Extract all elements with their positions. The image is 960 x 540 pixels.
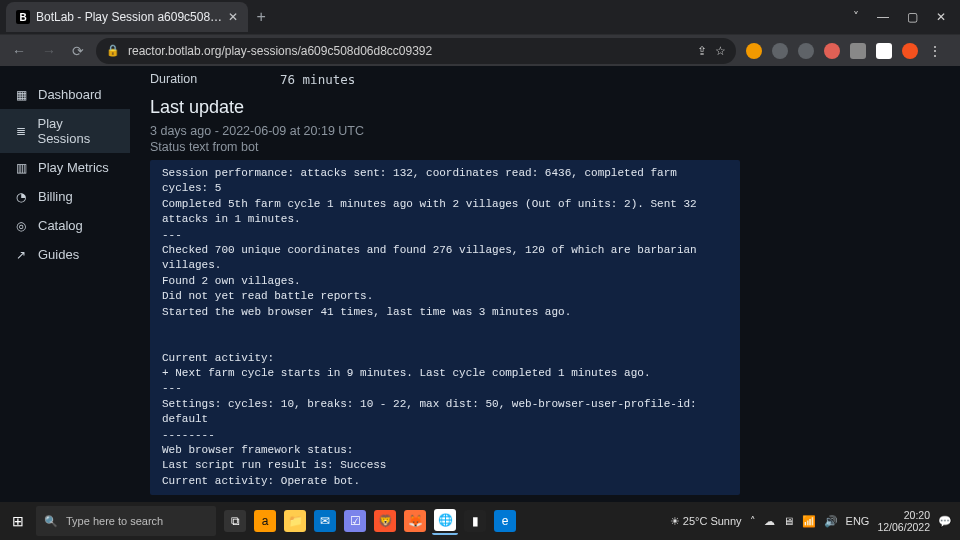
last-update-time: 3 days ago - 2022-06-09 at 20:19 UTC <box>144 122 946 140</box>
duration-value: 76 minutes <box>280 72 355 87</box>
taskbar-app[interactable]: a <box>252 507 278 535</box>
last-update-heading: Last update <box>150 97 946 118</box>
extension-icon[interactable] <box>746 43 762 59</box>
chart-icon: ▥ <box>14 161 28 175</box>
url-text: reactor.botlab.org/play-sessions/a609c50… <box>128 44 432 58</box>
search-icon: 🔍 <box>44 515 58 528</box>
sidebar-item-billing[interactable]: ◔Billing <box>0 182 130 211</box>
sidebar-item-play-sessions[interactable]: ≣Play Sessions <box>0 109 130 153</box>
guides-icon: ↗ <box>14 248 28 262</box>
language-indicator[interactable]: ENG <box>846 515 870 527</box>
extension-icon[interactable] <box>824 43 840 59</box>
start-button[interactable]: ⊞ <box>0 513 36 529</box>
favicon: B <box>16 10 30 24</box>
billing-icon: ◔ <box>14 190 28 204</box>
taskbar-app[interactable]: e <box>492 507 518 535</box>
windows-taskbar: ⊞ 🔍 Type here to search ⧉ a 📁 ✉ ☑ 🦁 🦊 🌐 … <box>0 502 960 540</box>
taskbar-app[interactable]: ☑ <box>342 507 368 535</box>
profile-avatar[interactable] <box>902 43 918 59</box>
minimize-icon[interactable]: — <box>877 10 889 24</box>
maximize-icon[interactable]: ▢ <box>907 10 918 24</box>
lock-icon: 🔒 <box>106 44 120 57</box>
search-placeholder: Type here to search <box>66 515 163 527</box>
weather-widget[interactable]: ☀ 25°C Sunny <box>670 515 742 528</box>
tray-icon[interactable]: ☁ <box>764 515 775 528</box>
forward-icon[interactable]: → <box>42 43 56 59</box>
browser-toolbar: ← → ⟳ 🔒 reactor.botlab.org/play-sessions… <box>0 34 960 66</box>
tray-chevron-icon[interactable]: ˄ <box>750 515 756 528</box>
taskbar-clock[interactable]: 20:20 12/06/2022 <box>877 509 930 533</box>
catalog-icon: ◎ <box>14 219 28 233</box>
taskbar-app[interactable]: 📁 <box>282 507 308 535</box>
tray-icon[interactable]: 🖥 <box>783 515 794 527</box>
close-window-icon[interactable]: ✕ <box>936 10 946 24</box>
notifications-icon[interactable]: 💬 <box>938 515 952 528</box>
duration-label: Duration <box>150 72 280 87</box>
reload-icon[interactable]: ⟳ <box>72 43 84 59</box>
extensions-puzzle-icon[interactable] <box>876 43 892 59</box>
taskbar-app[interactable]: ▮ <box>462 507 488 535</box>
volume-icon[interactable]: 🔊 <box>824 515 838 528</box>
kebab-menu-icon[interactable]: ⋮ <box>928 43 950 59</box>
close-tab-icon[interactable]: ✕ <box>228 10 238 24</box>
browser-tabbar: B BotLab - Play Session a609c508… ✕ + ˅ … <box>0 0 960 34</box>
back-icon[interactable]: ← <box>12 43 26 59</box>
new-tab-button[interactable]: + <box>248 8 274 26</box>
extension-icon[interactable] <box>850 43 866 59</box>
wifi-icon[interactable]: 📶 <box>802 515 816 528</box>
sidebar-item-catalog[interactable]: ◎Catalog <box>0 211 130 240</box>
sidebar-item-guides[interactable]: ↗Guides <box>0 240 130 269</box>
task-view-icon[interactable]: ⧉ <box>222 507 248 535</box>
taskbar-app[interactable]: ✉ <box>312 507 338 535</box>
star-icon[interactable]: ☆ <box>715 44 726 58</box>
status-text-content: Session performance: attacks sent: 132, … <box>162 166 728 489</box>
dashboard-icon: ▦ <box>14 88 28 102</box>
status-text-box: Session performance: attacks sent: 132, … <box>150 160 740 495</box>
taskbar-app-chrome[interactable]: 🌐 <box>432 507 458 535</box>
share-icon[interactable]: ⇪ <box>697 44 707 58</box>
list-icon: ≣ <box>14 124 27 138</box>
address-bar[interactable]: 🔒 reactor.botlab.org/play-sessions/a609c… <box>96 38 736 64</box>
extension-icon[interactable] <box>798 43 814 59</box>
tab-title: BotLab - Play Session a609c508… <box>36 10 222 24</box>
taskbar-app[interactable]: 🦊 <box>402 507 428 535</box>
sidebar-item-play-metrics[interactable]: ▥Play Metrics <box>0 153 130 182</box>
chevron-down-icon[interactable]: ˅ <box>853 10 859 24</box>
extension-icon[interactable] <box>772 43 788 59</box>
taskbar-app[interactable]: 🦁 <box>372 507 398 535</box>
taskbar-search[interactable]: 🔍 Type here to search <box>36 506 216 536</box>
sidebar-item-dashboard[interactable]: ▦Dashboard <box>0 80 130 109</box>
sidebar: ▦Dashboard≣Play Sessions▥Play Metrics◔Bi… <box>0 66 130 502</box>
browser-tab-active[interactable]: B BotLab - Play Session a609c508… ✕ <box>6 2 248 32</box>
main-content: Duration 76 minutes Last update 3 days a… <box>130 66 960 502</box>
status-text-label: Status text from bot <box>144 140 946 158</box>
